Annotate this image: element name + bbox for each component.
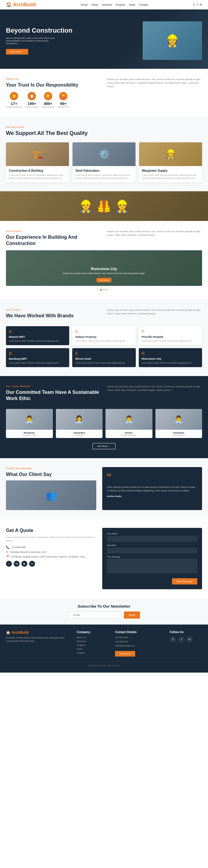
clients-inner: Our Client We Have Worked With Brands As… <box>6 308 202 321</box>
projects-description: Asdunt quo ea dolor quas mollis anesse.e… <box>107 230 202 237</box>
footer-linkedin-icon[interactable]: in <box>186 636 193 643</box>
dot-3[interactable] <box>106 289 108 290</box>
projects-inner: Our Project Our Experience In Building A… <box>6 230 202 250</box>
newsletter-form: Send <box>6 612 202 619</box>
team-description: Asdunt quo ea dolor quas mollis anesse.e… <box>107 385 202 392</box>
footer-contact-button[interactable]: Contact Us <box>115 651 135 657</box>
client-riverstone-desc: Lorem ipsum dolor sit amet consectetur a… <box>142 362 199 364</box>
dot-1[interactable] <box>100 289 102 290</box>
form-name-input[interactable] <box>107 536 197 542</box>
hero-cta-button[interactable]: Learn More → <box>6 49 28 55</box>
dot-2[interactable] <box>103 289 105 290</box>
team-entran-name: Entran <box>107 432 151 434</box>
about-heading: Your Trust Is Our Responsibility <box>6 82 101 88</box>
projects-heading: Our Experience In Building And Construct… <box>6 234 101 247</box>
clients-section: Our Client We Have Worked With Brands As… <box>0 300 208 376</box>
nav-link-projects[interactable]: Projects <box>115 3 125 6</box>
client-sedeyu-icon: S <box>75 329 132 334</box>
footer-link-about[interactable]: About us <box>77 636 109 639</box>
nav-link-team[interactable]: Team <box>129 3 135 6</box>
newsletter-send-button[interactable]: Send <box>124 612 140 619</box>
facebook-icon[interactable]: f <box>197 3 198 6</box>
client-card-sedeyu: S Sedeyu Property Lorem ipsum dolor sit … <box>72 326 135 345</box>
nav-link-about[interactable]: About <box>91 3 98 6</box>
follow-icons: 𝕏 f in <box>170 636 202 643</box>
service-manpower-desc: Lorem ipsum dolor sit amet, consectetur … <box>142 174 199 180</box>
quote-linkedin-btn[interactable]: in <box>29 561 35 567</box>
form-specialist-input[interactable] <box>107 548 197 553</box>
client-batavia-icon: B <box>9 329 66 334</box>
hero-image-placeholder: 👷 <box>142 21 202 60</box>
team-samantha-name: Samantha <box>58 432 101 434</box>
see-more-button[interactable]: See More → <box>93 443 116 449</box>
footer-company-links: About us Services Projects Team Contact <box>77 636 109 654</box>
form-message-group: Your Message <box>107 556 197 575</box>
twitter-icon[interactable]: 𝕏 <box>193 3 195 6</box>
service-card-steel: ⚙️ Steel Fabrication Lorem ipsum dolor s… <box>73 142 135 183</box>
nav-link-services[interactable]: Services <box>102 3 112 6</box>
team-samantha-role: Architect <box>58 434 101 436</box>
service-img-manpower: 👷 <box>139 142 202 166</box>
linkedin-icon[interactable]: in <box>200 3 202 6</box>
logo[interactable]: 🏠 ArchBuild <box>6 2 36 7</box>
footer-link-services[interactable]: Services <box>77 640 109 643</box>
client-card-riverstone: R Riverstone City Lorem ipsum dolor sit … <box>139 348 202 367</box>
quote-instagram-btn[interactable]: 📷 <box>14 561 20 567</box>
nav-link-contact[interactable]: Contact <box>139 3 148 6</box>
email-icon: ✉ <box>6 550 8 554</box>
team-card-entran: 👨‍💼 Entran Project Manager <box>105 409 152 438</box>
footer-link-contact[interactable]: Contact <box>77 652 109 654</box>
quote-section: Get A Quote Lorem ipsum dolor sit amet, … <box>0 519 208 598</box>
team-grid: 👨‍💼 McAllister Founder & CEO 👩‍💼 Samanth… <box>6 409 202 438</box>
footer-follow-col: Follow Us 𝕏 f in <box>170 630 202 656</box>
stat-clients-number: 499+ <box>42 101 55 106</box>
client-batavia-desc: Lorem ipsum dolor sit amet consectetur a… <box>9 340 66 342</box>
team-heading: Our Committed Team Have A Sustainable Wo… <box>6 390 101 402</box>
phone-icon: 📞 <box>6 546 9 549</box>
client-eltrum-name: Eltrum Hotel <box>75 357 132 360</box>
stat-awards-icon: 🏆 <box>59 92 68 100</box>
hero-description: Sed ut perspiciatis unde omnis iste natu… <box>6 37 59 45</box>
form-send-button[interactable]: Send Message <box>172 578 197 585</box>
client-riverstone-name: Riverstone City <box>142 357 199 360</box>
nav-link-home[interactable]: Home <box>80 3 88 6</box>
hero-text: Beyond Construction Sed ut perspiciatis … <box>6 27 142 55</box>
address-icon: 📍 <box>6 555 9 558</box>
stat-years-icon: ⭐ <box>10 92 18 100</box>
hero-heading: Beyond Construction <box>6 27 142 34</box>
projects-section: Our Project Our Experience In Building A… <box>0 221 208 300</box>
about-description: Asdunt quo ea dolor quas mollis anesse.e… <box>107 78 202 88</box>
quote-youtube-btn[interactable]: ▶ <box>21 561 27 567</box>
quote-right: Your Name Specialist Your Message Send M… <box>102 528 202 589</box>
footer-link-team[interactable]: Team <box>77 648 109 650</box>
footer-twitter-icon[interactable]: 𝕏 <box>170 636 176 643</box>
contact-address-row: 📍 ArchBuild, Grantly District, #305 Tulu… <box>6 555 96 558</box>
newsletter-email-input[interactable] <box>68 612 122 619</box>
team-card-sebastian: 👨‍💼 Sebastian Civil Engineer <box>155 409 202 438</box>
project-see-more-button[interactable]: See More <box>97 278 111 282</box>
hero-section: Beyond Construction Sed ut perspiciatis … <box>0 9 208 69</box>
form-name-label: Your Name <box>107 533 197 535</box>
testimonial-quote: Artre volutus et fartior auctor dui mi e… <box>107 486 197 493</box>
project-featured-title: Riverstone City <box>63 267 145 271</box>
form-message-textarea[interactable] <box>107 559 197 574</box>
footer-link-projects[interactable]: Projects <box>77 644 109 647</box>
service-steel-desc: Lorem ipsum dolor sit amet, consectetur … <box>76 174 132 180</box>
projects-label: Our Project <box>6 230 101 232</box>
quote-left: Get A Quote Lorem ipsum dolor sit amet, … <box>6 528 96 589</box>
client-sedeyu-desc: Lorem ipsum dolor sit amet consectetur a… <box>75 340 132 342</box>
stat-projects-number: 199+ <box>25 101 38 106</box>
client-card-batavia: B Batavia MRT Lorem ipsum dolor sit amet… <box>6 326 69 345</box>
stat-clients-label: Happy Clients <box>42 106 55 108</box>
clients-description: Asdunt quo ea dolor quas mollis anesse.e… <box>107 308 202 315</box>
service-construction-desc: Lorem ipsum dolor sit amet, consectetur … <box>9 174 66 180</box>
stat-awards-number: 99+ <box>57 101 69 106</box>
about-label: About Us <box>6 78 101 81</box>
footer-facebook-icon[interactable]: f <box>178 636 184 643</box>
quote-social-row: f 📷 ▶ in <box>6 561 96 567</box>
team-section: Our Team Member Our Committed Team Have … <box>0 376 208 458</box>
footer-contact-col: Contact Details +80-200-2000 +80-200-200… <box>115 630 164 656</box>
about-section: About Us Your Trust Is Our Responsibilit… <box>0 69 208 117</box>
quote-facebook-btn[interactable]: f <box>6 561 12 567</box>
testimonial-image: 👥 <box>6 480 96 510</box>
